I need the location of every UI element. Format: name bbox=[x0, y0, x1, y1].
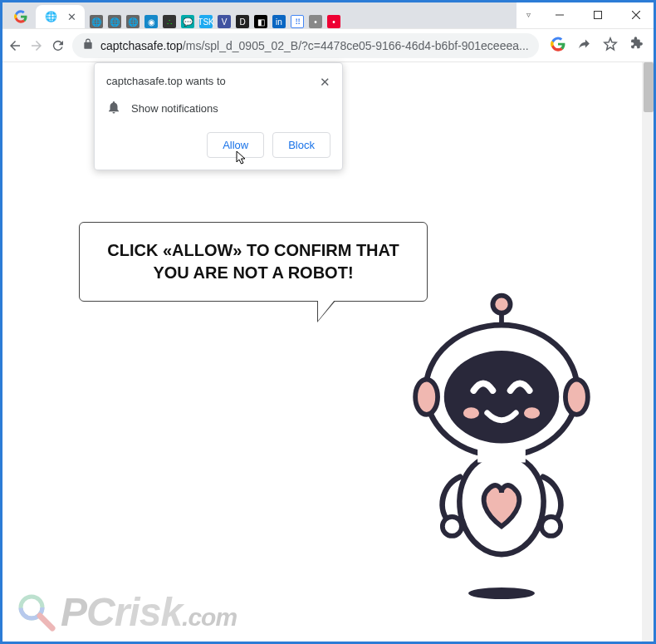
svg-rect-1 bbox=[595, 12, 602, 19]
watermark: PCrisk.com bbox=[17, 589, 237, 635]
forward-button[interactable] bbox=[29, 33, 44, 58]
toolbar-icons bbox=[546, 36, 656, 56]
messenger-icon[interactable]: 💬 bbox=[181, 15, 194, 28]
globe-icon[interactable]: 🌐 bbox=[126, 15, 140, 28]
svg-point-13 bbox=[463, 407, 479, 418]
favicon[interactable]: • bbox=[327, 15, 340, 28]
app-icon[interactable]: ◉ bbox=[144, 15, 158, 28]
linkedin-icon[interactable]: in bbox=[272, 15, 286, 28]
svg-point-17 bbox=[541, 517, 561, 536]
omnibox[interactable]: captchasafe.top/ms/spl_d_0905_02_B/?c=44… bbox=[72, 33, 539, 58]
globe-icon[interactable]: 🌐 bbox=[90, 15, 103, 28]
apps-icon[interactable]: ⠿ bbox=[291, 15, 304, 28]
globe-icon[interactable]: 🌐 bbox=[108, 15, 121, 28]
back-button[interactable] bbox=[7, 33, 22, 58]
window-controls: ▿ bbox=[516, 1, 655, 28]
close-icon[interactable]: ✕ bbox=[67, 11, 76, 23]
svg-point-10 bbox=[415, 380, 438, 415]
permission-label: Show notifications bbox=[131, 102, 218, 115]
notification-permission-popup: captchasafe.top wants to ✕ Show notifica… bbox=[94, 62, 343, 170]
magnifier-icon bbox=[17, 593, 56, 632]
scrollbar-thumb[interactable] bbox=[644, 62, 654, 112]
chevron-down-icon: ▿ bbox=[526, 10, 531, 19]
cursor-pointer-icon bbox=[236, 150, 247, 169]
permission-origin-text: captchasafe.top wants to bbox=[106, 75, 226, 87]
app-icon[interactable]: ◧ bbox=[254, 15, 267, 28]
page-content: captchasafe.top wants to ✕ Show notifica… bbox=[1, 62, 655, 644]
block-button[interactable]: Block bbox=[272, 132, 330, 158]
svg-point-8 bbox=[492, 296, 510, 313]
bookmark-star-icon[interactable] bbox=[603, 37, 618, 55]
vertical-scrollbar[interactable] bbox=[642, 62, 655, 644]
tab-overflow[interactable]: ▿ bbox=[516, 1, 541, 28]
pinned-tabs: 🌐 🌐 🌐 ◉ ∴ 💬 TSK V D ◧ in ⠿ • • bbox=[85, 15, 516, 28]
maximize-button[interactable] bbox=[579, 1, 617, 29]
reload-button[interactable] bbox=[51, 33, 66, 58]
svg-line-20 bbox=[40, 616, 52, 628]
svg-point-11 bbox=[565, 380, 588, 415]
bubble-text: CLICK «ALLOW» TO CONFIRM THAT YOU ARE NO… bbox=[107, 241, 399, 282]
app-icon[interactable]: ∴ bbox=[163, 15, 176, 28]
share-icon[interactable] bbox=[577, 37, 591, 54]
tab-google[interactable] bbox=[6, 5, 36, 28]
extensions-icon[interactable] bbox=[629, 37, 644, 54]
robot-shadow bbox=[468, 587, 535, 599]
vivaldi-icon[interactable]: V bbox=[218, 15, 231, 28]
globe-icon: 🌐 bbox=[44, 10, 57, 23]
lock-icon bbox=[82, 38, 94, 52]
task-icon[interactable]: TSK bbox=[199, 15, 213, 28]
close-button[interactable] bbox=[617, 1, 655, 29]
disqus-icon[interactable]: D bbox=[236, 15, 249, 28]
url-text: captchasafe.top/ms/spl_d_0905_02_B/?c=44… bbox=[100, 39, 529, 52]
allow-button[interactable]: Allow bbox=[207, 132, 264, 158]
svg-point-12 bbox=[444, 351, 559, 444]
svg-point-16 bbox=[443, 517, 462, 536]
tab-captchasafe[interactable]: 🌐 ✕ bbox=[36, 5, 85, 28]
minimize-button[interactable] bbox=[541, 1, 579, 29]
bell-icon bbox=[106, 100, 121, 117]
svg-rect-15 bbox=[477, 446, 526, 462]
address-bar: captchasafe.top/ms/spl_d_0905_02_B/?c=44… bbox=[1, 29, 655, 62]
google-icon bbox=[14, 10, 27, 23]
robot-image bbox=[398, 287, 605, 574]
tab-strip: 🌐 ✕ 🌐 🌐 🌐 ◉ ∴ 💬 TSK V D ◧ in ⠿ • • bbox=[1, 1, 516, 28]
google-search-icon[interactable] bbox=[551, 37, 565, 55]
watermark-text: PCrisk.com bbox=[61, 589, 237, 635]
browser-titlebar: 🌐 ✕ 🌐 🌐 🌐 ◉ ∴ 💬 TSK V D ◧ in ⠿ • • ▿ bbox=[1, 1, 655, 29]
favicon[interactable]: • bbox=[309, 15, 322, 28]
svg-point-14 bbox=[524, 407, 540, 418]
close-icon[interactable]: ✕ bbox=[320, 75, 330, 90]
speech-bubble: CLICK «ALLOW» TO CONFIRM THAT YOU ARE NO… bbox=[79, 222, 428, 302]
